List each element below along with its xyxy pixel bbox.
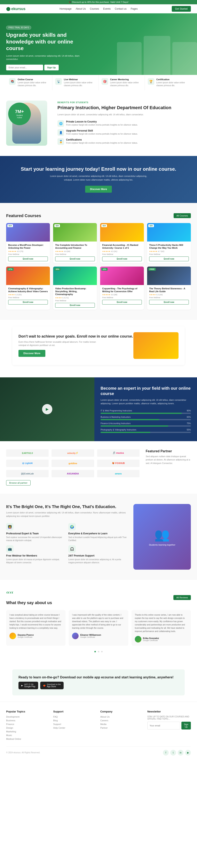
course-title-6: Copywriting - The Psychology of Writing … — [102, 287, 142, 293]
fi-icon-0: 🌐 — [58, 120, 64, 127]
enroll-cta-button[interactable]: Discover More — [19, 350, 45, 357]
newsletter-input[interactable] — [147, 722, 180, 730]
enroll-button-0[interactable]: Enroll now — [8, 256, 48, 261]
pb-item-3: Photography & Videography Instructors 55… — [101, 429, 191, 433]
footer-link[interactable]: Medical Online — [6, 738, 48, 740]
newsletter-signup-button[interactable]: Sign Up — [182, 722, 191, 730]
footer-link[interactable]: FAQ — [53, 716, 95, 718]
all-courses-button[interactable]: All Courses — [174, 213, 191, 218]
course-img-6: 12% — [100, 267, 144, 285]
enroll-button-7[interactable]: Enroll now — [149, 300, 189, 305]
social-linkedin[interactable]: in — [178, 750, 184, 755]
course-img-3: $25 — [147, 223, 191, 242]
course-img-4: 27% — [6, 267, 50, 285]
feature-text-3: Certification Lorem ipsum dolor value on… — [156, 78, 188, 87]
test-card-0: I was sceptical about taking an online c… — [6, 610, 65, 646]
all-reviews-button[interactable]: All Reviews — [173, 595, 191, 600]
partner-logo-0: EARTH2.0 — [6, 450, 48, 457]
test-card-2: Thanks to this online course series, I a… — [132, 610, 191, 646]
course-img-1: $29 — [53, 223, 97, 242]
footer-copyright: © 2024 ekursus. All Rights Reserved. — [6, 751, 40, 754]
pb-item-1: Business & Marketing Instructors 65% — [101, 416, 191, 420]
footer-link[interactable]: Business — [6, 719, 48, 722]
browse-partners-button[interactable]: Browse all partner — [6, 480, 31, 486]
nav-pages[interactable]: Pages — [131, 7, 138, 10]
footer-col-1: Support FAQ Blog Support Help Center — [53, 710, 95, 741]
cta-discover-button[interactable]: Discover More — [85, 186, 112, 193]
feature-item-0: 🌐 Private Lesson to Country From cepteur… — [58, 120, 191, 127]
course-title-2: Financial Accounting - #1 Ranked Univers… — [102, 244, 142, 250]
enroll-button-5[interactable]: Enroll now — [55, 303, 95, 308]
partners-right: Featured Partner Sed aliquam nullam dala… — [146, 450, 191, 486]
footer-link[interactable]: Marketing — [6, 730, 48, 733]
enroll-button-3[interactable]: Enroll now — [149, 256, 189, 261]
footer-link[interactable]: Help Center — [53, 726, 95, 729]
progress-bars: IT & Web Programming Instructors 90% Bus… — [101, 410, 191, 433]
hero-signup-button[interactable]: Sign Up — [44, 65, 59, 70]
cta-description: Lorem ipsum dolor sit amet, consectetur … — [47, 175, 150, 182]
nav-homepage[interactable]: Homepage — [60, 7, 72, 10]
partner-logo-5: 🦊 FOXHUB — [97, 460, 139, 467]
feature-item-2: 🏅 Certifications From cepteur faegit nii… — [58, 138, 191, 145]
feature-card-1: 📡 Live Webinar Lorem ipsum dolor value o… — [52, 75, 98, 90]
footer-link[interactable]: Media — [100, 723, 142, 725]
footer-col-3: Newsletter STAY UP TO DATE ON OUR COURSE… — [147, 710, 191, 741]
whyus-left: It's The Bright One, It's The Right One,… — [6, 504, 127, 570]
enroll-cta-image — [133, 332, 178, 359]
course-card-7: FREE The Theory Behind Stoneness - A Rea… — [147, 267, 191, 310]
google-play-button[interactable]: ▶ GET IT ON Google Play — [19, 682, 38, 689]
social-youtube[interactable]: ▶ — [185, 750, 191, 755]
course-title-7: The Theory Behind Stoneness - A Real Lif… — [149, 287, 189, 293]
video-heading: Become an expert in your field with our … — [101, 385, 191, 396]
footer-link[interactable]: Finance — [6, 723, 48, 725]
dot-2[interactable] — [101, 651, 103, 652]
footer-link[interactable]: Music — [6, 734, 48, 737]
nav-events[interactable]: Events — [103, 7, 111, 10]
partners-logos: EARTH2.0 velocity⚡ 🎵 muzica ◎ LightAI go… — [6, 450, 139, 486]
enroll-cta-text: Even thou there hafthouse fermer scusabl… — [19, 340, 96, 347]
get-started-button[interactable]: Get Started — [172, 6, 191, 12]
dot-1[interactable] — [98, 651, 99, 652]
enroll-button-6[interactable]: Enroll now — [102, 300, 142, 305]
nav-contact[interactable]: Contact us — [115, 7, 126, 10]
feature-text-0: Online Course Lorem ipsum dolor value on… — [18, 78, 49, 87]
footer-link[interactable]: Blog — [53, 719, 95, 722]
app-download: Ready to learn on-the-go? Download our m… — [12, 670, 185, 695]
course-card-6: 12% Copywriting - The Psychology of Writ… — [100, 267, 144, 310]
footer: Popular Topics Development Business Fina… — [0, 702, 197, 760]
hero-email-input[interactable] — [6, 65, 43, 70]
nav-about[interactable]: About Us — [76, 7, 86, 10]
feature-item-1: 👤 Upgrade Personal Skill From cepteur fa… — [58, 129, 191, 136]
enroll-button-2[interactable]: Enroll now — [102, 256, 142, 261]
whyus-description: Lorem ipsum dolor sit amet, consectetur … — [6, 511, 127, 518]
cta-heading: Start your learning journey today! Enrol… — [6, 166, 191, 172]
play-button[interactable]: ▶ — [42, 404, 52, 414]
footer-col-0: Popular Topics Development Business Fina… — [6, 710, 48, 741]
dot-0[interactable] — [94, 651, 96, 652]
feature-card-2: 🎯 Career Mentoring Lorem ipsum dolor val… — [99, 75, 145, 90]
hero-form: Sign Up — [6, 65, 88, 70]
nav-courses[interactable]: Courses — [90, 7, 99, 10]
app-store-button[interactable]: 🍎 Download on the App Store — [40, 682, 64, 689]
partner-logo-6: [β]CodeLab — [6, 470, 48, 477]
wu-item-0: 👩‍🏫 Professional Expert & Team Sed cepte… — [6, 523, 65, 542]
navigation: ⬤ ekursus Homepage About Us Courses Even… — [0, 4, 197, 13]
course-title-5: Video Production Bootcamp: Storytelling,… — [55, 287, 95, 296]
footer-link[interactable]: Development — [6, 716, 48, 718]
course-img-0: $19 — [6, 223, 50, 242]
partners-description: Sed aliquam nullam dala tristique querat… — [146, 455, 191, 465]
social-twitter[interactable]: t — [170, 750, 176, 755]
footer-link[interactable]: Partner — [100, 726, 142, 729]
footer-link[interactable]: Careers — [100, 719, 142, 722]
wu-icon-2: 📺 — [6, 545, 13, 553]
social-facebook[interactable]: f — [163, 750, 169, 755]
course-card-4: 27% Cinematography & Videography: Achiev… — [6, 267, 50, 310]
feature-card-0: 📚 Online Course Lorem ipsum dolor value … — [6, 75, 52, 90]
enroll-button-1[interactable]: Enroll now — [55, 256, 95, 261]
enroll-button-4[interactable]: Enroll now — [8, 300, 48, 305]
feature-text-1: Live Webinar Lorem ipsum dolor value onl… — [64, 78, 95, 87]
footer-link[interactable]: Design — [6, 726, 48, 729]
footer-link[interactable]: About Us — [100, 716, 142, 718]
footer-link[interactable]: Support — [53, 723, 95, 725]
course-title-1: The Complete Introduction To Accounting … — [55, 244, 95, 250]
